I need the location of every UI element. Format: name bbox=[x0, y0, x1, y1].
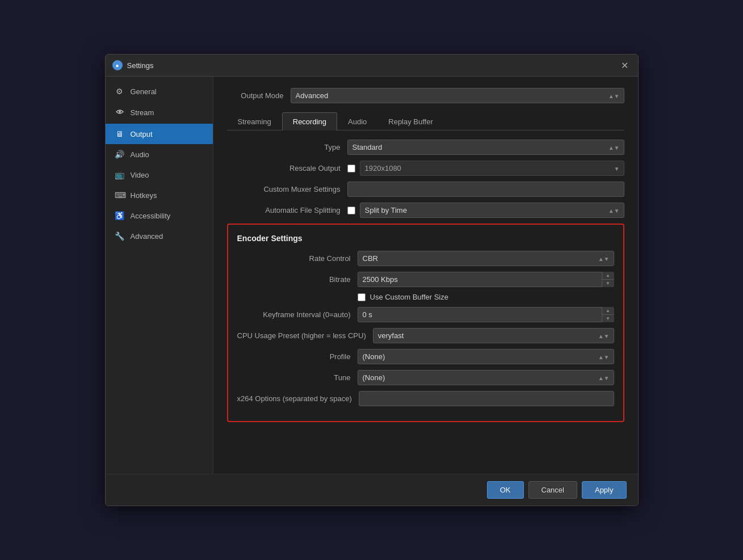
app-icon: ● bbox=[112, 60, 123, 70]
bitrate-input[interactable] bbox=[358, 272, 614, 287]
sidebar-item-general[interactable]: ⚙ General bbox=[106, 81, 213, 102]
sidebar-label-hotkeys: Hotkeys bbox=[131, 191, 157, 200]
rescale-row: Rescale Output 1920x1080 ▼ bbox=[227, 161, 624, 176]
muxer-label: Custom Muxer Settings bbox=[227, 185, 341, 193]
muxer-row: Custom Muxer Settings bbox=[227, 182, 624, 197]
rescale-select[interactable]: 1920x1080 bbox=[360, 161, 624, 176]
split-label: Automatic File Splitting bbox=[227, 206, 341, 214]
hotkeys-icon: ⌨ bbox=[115, 191, 125, 200]
output-mode-label: Output Mode bbox=[227, 91, 284, 100]
profile-select-wrapper: (None) baseline main high ▲▼ bbox=[358, 349, 614, 364]
rate-control-select[interactable]: CBR VBR ABR CRF CQP bbox=[358, 251, 614, 266]
bitrate-row: Bitrate ▲ ▼ bbox=[237, 272, 614, 287]
cancel-button[interactable]: Cancel bbox=[528, 481, 577, 499]
output-mode-select-wrapper: Advanced Simple ▲▼ bbox=[291, 88, 624, 103]
keyframe-label: Keyframe Interval (0=auto) bbox=[237, 310, 351, 319]
tab-streaming[interactable]: Streaming bbox=[227, 112, 282, 130]
tab-recording[interactable]: Recording bbox=[282, 112, 337, 130]
cpu-preset-select-wrapper: ultrafast superfast veryfast faster fast… bbox=[373, 328, 614, 343]
bitrate-label: Bitrate bbox=[237, 275, 351, 284]
sidebar-label-general: General bbox=[131, 87, 157, 96]
cpu-preset-row: CPU Usage Preset (higher = less CPU) ult… bbox=[237, 328, 614, 343]
bitrate-arrows: ▲ ▼ bbox=[602, 272, 614, 287]
type-label: Type bbox=[227, 143, 341, 151]
rate-control-select-wrapper: CBR VBR ABR CRF CQP ▲▼ bbox=[358, 251, 614, 266]
encoder-title: Encoder Settings bbox=[237, 234, 614, 243]
cpu-preset-label: CPU Usage Preset (higher = less CPU) bbox=[237, 331, 366, 340]
sidebar-item-video[interactable]: 📺 Video bbox=[106, 165, 213, 185]
sidebar-label-audio: Audio bbox=[131, 150, 149, 159]
bitrate-spinbox-wrapper: ▲ ▼ bbox=[358, 272, 614, 287]
dialog-body: ⚙ General Stream 🖥 Output 🔊 Audio bbox=[106, 77, 638, 474]
dialog-footer: OK Cancel Apply bbox=[106, 474, 638, 506]
sidebar-item-hotkeys[interactable]: ⌨ Hotkeys bbox=[106, 185, 213, 205]
sidebar-label-advanced: Advanced bbox=[131, 232, 163, 241]
sidebar-label-output: Output bbox=[131, 130, 153, 138]
sidebar-label-accessibility: Accessibility bbox=[131, 212, 171, 220]
x264-label: x264 Options (separated by space) bbox=[237, 394, 352, 403]
keyframe-row: Keyframe Interval (0=auto) ▲ ▼ bbox=[237, 307, 614, 322]
muxer-input[interactable] bbox=[347, 182, 624, 197]
titlebar-left: ● Settings bbox=[112, 60, 154, 70]
type-row: Type Standard Custom Output (FFmpeg) ▲▼ bbox=[227, 140, 624, 155]
x264-row: x264 Options (separated by space) bbox=[237, 391, 614, 406]
rate-control-control: CBR VBR ABR CRF CQP ▲▼ bbox=[358, 251, 614, 266]
output-icon: 🖥 bbox=[115, 129, 125, 138]
dialog-title: Settings bbox=[127, 61, 154, 70]
profile-select[interactable]: (None) baseline main high bbox=[358, 349, 614, 364]
rescale-checkbox[interactable] bbox=[347, 165, 355, 172]
apply-button[interactable]: Apply bbox=[582, 481, 627, 499]
sidebar-item-accessibility[interactable]: ♿ Accessibility bbox=[106, 205, 213, 226]
bitrate-up-button[interactable]: ▲ bbox=[602, 272, 614, 280]
close-button[interactable]: ✕ bbox=[619, 59, 631, 71]
keyframe-up-button[interactable]: ▲ bbox=[602, 307, 614, 315]
rescale-control: 1920x1080 ▼ bbox=[347, 161, 624, 176]
bitrate-down-button[interactable]: ▼ bbox=[602, 280, 614, 287]
sidebar-item-advanced[interactable]: 🔧 Advanced bbox=[106, 226, 213, 246]
split-control: Split by Time Split by Size ▲▼ bbox=[347, 203, 624, 218]
tune-select-wrapper: (None) film animation grain stillimage f… bbox=[358, 370, 614, 385]
encoder-settings-box: Encoder Settings Rate Control CBR VBR AB… bbox=[227, 224, 624, 422]
rate-control-label: Rate Control bbox=[237, 254, 351, 263]
split-select-wrapper: Split by Time Split by Size ▲▼ bbox=[360, 203, 624, 218]
split-checkbox[interactable] bbox=[347, 207, 355, 214]
custom-buffer-row: Use Custom Buffer Size bbox=[358, 293, 614, 301]
tune-select[interactable]: (None) film animation grain stillimage f… bbox=[358, 370, 614, 385]
audio-icon: 🔊 bbox=[115, 150, 125, 159]
profile-row: Profile (None) baseline main high ▲▼ bbox=[237, 349, 614, 364]
cpu-preset-select[interactable]: ultrafast superfast veryfast faster fast… bbox=[373, 328, 614, 343]
custom-buffer-checkbox[interactable] bbox=[358, 293, 366, 301]
x264-control bbox=[359, 391, 614, 406]
keyframe-spinbox-wrapper: ▲ ▼ bbox=[358, 307, 614, 322]
accessibility-icon: ♿ bbox=[115, 211, 125, 220]
stream-icon bbox=[115, 107, 125, 118]
tab-replay-buffer[interactable]: Replay Buffer bbox=[377, 112, 444, 130]
cpu-preset-control: ultrafast superfast veryfast faster fast… bbox=[373, 328, 614, 343]
tune-label: Tune bbox=[237, 373, 351, 382]
ok-button[interactable]: OK bbox=[487, 481, 524, 499]
split-select[interactable]: Split by Time Split by Size bbox=[360, 203, 624, 218]
type-select[interactable]: Standard Custom Output (FFmpeg) bbox=[347, 140, 624, 155]
muxer-control bbox=[347, 182, 624, 197]
keyframe-arrows: ▲ ▼ bbox=[602, 307, 614, 322]
sidebar-label-stream: Stream bbox=[131, 108, 154, 117]
settings-dialog: ● Settings ✕ ⚙ General Stream 🖥 bbox=[105, 54, 639, 506]
tune-control: (None) film animation grain stillimage f… bbox=[358, 370, 614, 385]
rate-control-row: Rate Control CBR VBR ABR CRF CQP ▲▼ bbox=[237, 251, 614, 266]
sidebar-label-video: Video bbox=[131, 171, 149, 179]
x264-input[interactable] bbox=[359, 391, 614, 406]
rescale-label: Rescale Output bbox=[227, 164, 341, 172]
sidebar-item-output[interactable]: 🖥 Output bbox=[106, 124, 213, 144]
sidebar: ⚙ General Stream 🖥 Output 🔊 Audio bbox=[106, 77, 213, 474]
sidebar-item-audio[interactable]: 🔊 Audio bbox=[106, 144, 213, 165]
sidebar-item-stream[interactable]: Stream bbox=[106, 102, 213, 124]
type-select-wrapper: Standard Custom Output (FFmpeg) ▲▼ bbox=[347, 140, 624, 155]
keyframe-input[interactable] bbox=[358, 307, 614, 322]
keyframe-down-button[interactable]: ▼ bbox=[602, 315, 614, 322]
video-icon: 📺 bbox=[115, 170, 125, 179]
gear-icon: ⚙ bbox=[115, 87, 125, 96]
tab-audio[interactable]: Audio bbox=[337, 112, 377, 130]
output-mode-select[interactable]: Advanced Simple bbox=[291, 88, 624, 103]
profile-control: (None) baseline main high ▲▼ bbox=[358, 349, 614, 364]
profile-label: Profile bbox=[237, 352, 351, 361]
